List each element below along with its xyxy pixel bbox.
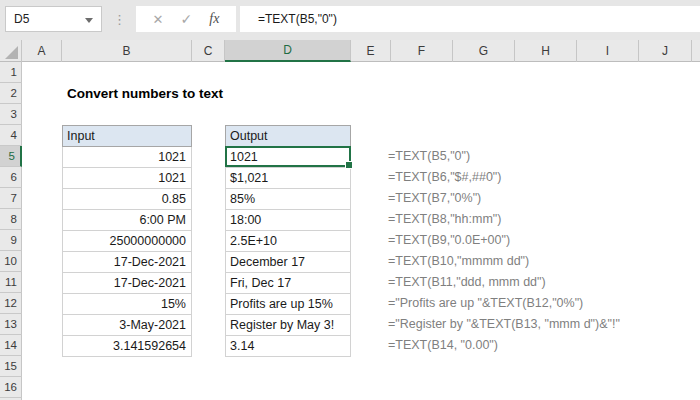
cell-F6-formula-text[interactable]: =TEXT(B6,"$#,##0") [388,167,501,188]
cell-D9[interactable]: 2.5E+10 [225,230,351,252]
cell-F10-formula-text[interactable]: =TEXT(B10,"mmmm dd") [388,251,529,272]
cell-B4-header[interactable]: Input [62,125,192,147]
cell-B14[interactable]: 3.141592654 [62,335,192,357]
row-header-10[interactable]: 10 [0,251,22,272]
row-header-1[interactable]: 1 [0,62,22,83]
cell-B7[interactable]: 0.85 [62,188,192,210]
cell-D13[interactable]: Register by May 3! [225,314,351,336]
cell-B8[interactable]: 6:00 PM [62,209,192,231]
row-header-7[interactable]: 7 [0,188,22,209]
column-header-G[interactable]: G [453,40,515,62]
name-box-dropdown-icon[interactable] [85,18,93,23]
row-header-4[interactable]: 4 [0,125,22,146]
cell-B13[interactable]: 3-May-2021 [62,314,192,336]
column-headers: ABCDEFGHIJ [0,40,700,62]
cell-D10[interactable]: December 17 [225,251,351,273]
cell-D12[interactable]: Profits are up 15% [225,293,351,315]
cell-D4-header[interactable]: Output [225,125,351,147]
cell-B12[interactable]: 15% [62,293,192,315]
excel-window: D5 ⋮ ✕ ✓ fx =TEXT(B5,"0") ABCDEFGHIJ 123… [0,0,700,400]
formula-input[interactable]: =TEXT(B5,"0") [240,6,700,32]
row-header-14[interactable]: 14 [0,335,22,356]
row-header-11[interactable]: 11 [0,272,22,293]
cell-D11[interactable]: Fri, Dec 17 [225,272,351,294]
cell-D7[interactable]: 85% [225,188,351,210]
row-header-8[interactable]: 8 [0,209,22,230]
cell-B5[interactable]: 1021 [62,146,192,168]
cell-F7-formula-text[interactable]: =TEXT(B7,"0%") [388,188,481,209]
cell-F9-formula-text[interactable]: =TEXT(B9,"0.0E+00") [388,230,510,251]
cell-B11[interactable]: 17-Dec-2021 [62,272,192,294]
column-header-B[interactable]: B [62,40,192,62]
row-headers: 12345678910111213141516 [0,62,22,400]
column-header-I[interactable]: I [577,40,639,62]
cell-F11-formula-text[interactable]: =TEXT(B11,"ddd, mmm dd") [388,272,546,293]
row-header-2[interactable]: 2 [0,83,22,104]
formula-input-value: =TEXT(B5,"0") [258,12,337,26]
column-header-C[interactable]: C [192,40,225,62]
column-header-D[interactable]: D [225,40,351,62]
row-header-16[interactable]: 16 [0,377,22,398]
formula-bar-area: D5 ⋮ ✕ ✓ fx =TEXT(B5,"0") [0,0,700,40]
formula-bar-separator-icon: ⋮ [113,6,126,32]
row-header-3[interactable]: 3 [0,104,22,125]
row-header-12[interactable]: 12 [0,293,22,314]
column-header-A[interactable]: A [22,40,62,62]
cell-F14-formula-text[interactable]: =TEXT(B14, "0.00") [388,335,498,356]
sheet-title[interactable]: Convert numbers to text [67,83,223,104]
cell-F12-formula-text[interactable]: ="Profits are up "&TEXT(B12,"0%") [388,293,583,314]
row-header-13[interactable]: 13 [0,314,22,335]
cell-D5[interactable]: 1021 [225,146,351,168]
cell-F8-formula-text[interactable]: =TEXT(B8,"hh:mm") [388,209,501,230]
name-box[interactable]: D5 [5,6,102,32]
column-header-E[interactable]: E [351,40,391,62]
formula-buttons: ✕ ✓ fx [136,6,236,32]
column-header-F[interactable]: F [391,40,453,62]
cell-D8[interactable]: 18:00 [225,209,351,231]
row-header-9[interactable]: 9 [0,230,22,251]
cell-B10[interactable]: 17-Dec-2021 [62,251,192,273]
cell-F13-formula-text[interactable]: ="Register by "&TEXT(B13, "mmm d")&"!" [388,314,620,335]
insert-function-icon[interactable]: fx [209,11,219,27]
row-header-6[interactable]: 6 [0,167,22,188]
column-header-H[interactable]: H [515,40,577,62]
row-header-5[interactable]: 5 [0,146,22,167]
enter-icon[interactable]: ✓ [181,11,193,27]
cell-F5-formula-text[interactable]: =TEXT(B5,"0") [388,146,470,167]
select-all-button[interactable] [0,40,22,62]
cell-D14[interactable]: 3.14 [225,335,351,357]
name-box-value: D5 [14,12,29,26]
row-header-15[interactable]: 15 [0,356,22,377]
cell-B6[interactable]: 1021 [62,167,192,189]
cell-D6[interactable]: $1,021 [225,167,351,189]
select-all-icon [5,46,18,59]
cell-B9[interactable]: 25000000000 [62,230,192,252]
cancel-icon[interactable]: ✕ [153,12,164,27]
column-header-J[interactable]: J [639,40,692,62]
